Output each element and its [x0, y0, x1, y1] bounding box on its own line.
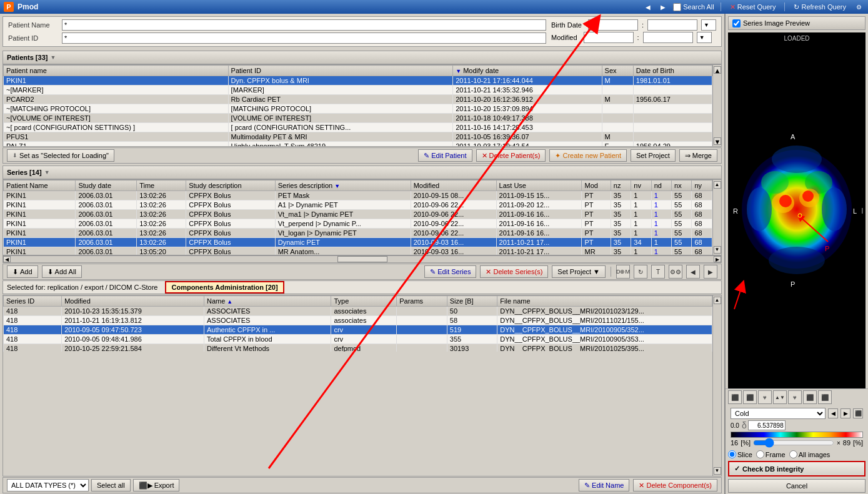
col-modified[interactable]: Modified	[411, 180, 496, 191]
all-images-radio[interactable]	[789, 450, 797, 458]
patients-scrollbar[interactable]: ▲ ▼	[712, 65, 721, 146]
edit-patient-button[interactable]: ✎ Edit Patient	[418, 149, 472, 162]
set-selected-loading-button[interactable]: ⬇ Set as "Selected for Loading"	[7, 149, 114, 162]
table-row[interactable]: PKIN12006.03.0113:02:26CPFPX BolusVt_per…	[4, 219, 712, 229]
col-series-id[interactable]: Series ID	[4, 296, 62, 307]
view-icon-1[interactable]: ⬛	[728, 390, 742, 404]
table-row[interactable]: ~[VOLUME OF INTEREST][VOLUME OF INTEREST…	[4, 114, 712, 123]
add-all-series-button[interactable]: ⬇ Add All	[42, 265, 82, 278]
birth-date-to-input[interactable]	[647, 19, 697, 31]
col-ny[interactable]: ny	[692, 180, 712, 191]
col-mod[interactable]: Mod	[582, 180, 611, 191]
modified-from-input[interactable]	[584, 32, 634, 43]
all-images-radio-label[interactable]: All images	[789, 450, 831, 458]
components-tab[interactable]: Components Administration [20]	[165, 281, 284, 294]
table-row[interactable]: 4182010-10-25 22:59:21.584Different Vt M…	[4, 344, 712, 352]
nav-right-icon[interactable]: ▶	[704, 265, 717, 279]
dicom-icon[interactable]: D⊕M	[616, 265, 630, 279]
table-row[interactable]: PKIN12006.03.0113:02:26CPFPX BolusPET Ma…	[4, 191, 712, 200]
set-project-patients-button[interactable]: Set Project	[631, 149, 676, 162]
col-last-use[interactable]: Last Use	[496, 180, 582, 191]
col-nv[interactable]: nv	[631, 180, 651, 191]
table-row[interactable]: ~[ pcard (CONFIGURATION SETTINGS) ][ pca…	[4, 123, 712, 132]
table-row[interactable]: 4182010-09-05 09:48:41.986Total CPFPX in…	[4, 335, 712, 344]
view-icon-4[interactable]: ▲▼	[773, 390, 787, 404]
col-name[interactable]: Name ▲	[204, 296, 331, 307]
col-type[interactable]: Type	[331, 296, 397, 307]
edit-name-button[interactable]: ✎ Edit Name	[579, 479, 629, 492]
settings2-icon[interactable]: ⚙⚙	[669, 265, 682, 279]
col-patient-name[interactable]: Patient name	[4, 66, 229, 76]
table-row[interactable]: PKIN12006.03.0113:05:20CPFPX BolusMR Ana…	[4, 247, 712, 255]
transform-icon[interactable]: T	[651, 265, 665, 279]
table-row[interactable]: 4182010-09-05 09:47:50.723Authentic CPFP…	[4, 325, 712, 335]
view-icon-7[interactable]: ⬛	[818, 390, 832, 404]
table-row[interactable]: PKIN12006.03.0113:02:26CPFPX BolusVt_log…	[4, 229, 712, 238]
table-row[interactable]: PKIN1 Dyn. CPFPX bolus & MRI 2011-10-21 …	[4, 76, 712, 86]
series-h-scrollbar[interactable]: ◀ ▶	[2, 255, 722, 263]
search-all-checkbox-label[interactable]: Search All	[673, 3, 714, 11]
nav-next-button[interactable]: ▶	[658, 3, 668, 11]
reset-query-button[interactable]: ✕ Reset Query	[727, 2, 779, 12]
modified-dropdown-btn[interactable]: ▼	[697, 32, 712, 43]
series-scrollbar[interactable]: ▲ ▼	[712, 180, 721, 255]
nav-left-icon[interactable]: ◀	[686, 265, 700, 279]
col-modify-date[interactable]: ▼ Modify date	[453, 66, 602, 76]
colorbar-max-input[interactable]	[748, 420, 786, 430]
col-nz[interactable]: nz	[611, 180, 631, 191]
merge-button[interactable]: ⇒ Merge	[679, 149, 717, 162]
rotate-icon[interactable]: ↻	[634, 265, 647, 279]
col-patient-id[interactable]: Patient ID	[228, 66, 453, 76]
search-all-checkbox[interactable]	[673, 3, 681, 11]
table-row[interactable]: 4182011-10-21 16:19:13.812ASSOCIATESasso…	[4, 316, 712, 325]
birth-date-dropdown-btn[interactable]: ▼	[701, 19, 716, 31]
colorbar-range-slider[interactable]	[753, 440, 834, 446]
view-icon-6[interactable]: ⬛	[803, 390, 817, 404]
col-time[interactable]: Time	[137, 180, 186, 191]
col-study-desc[interactable]: Study description	[186, 180, 275, 191]
col-comp-modified[interactable]: Modified	[62, 296, 204, 307]
table-row[interactable]: PKIN12006.03.0113:02:26CPFPX BolusA1 |> …	[4, 200, 712, 210]
settings-button[interactable]: ⚙	[854, 3, 864, 11]
table-row[interactable]: PALZ1Highly abnormal, T-Sum 482192011-10…	[4, 142, 712, 147]
delete-patient-button[interactable]: ✕ Delete Patient(s)	[476, 149, 546, 162]
col-dob[interactable]: Date of Birth	[633, 66, 712, 76]
table-row[interactable]: PCARD2Rb Cardiac PET2011-10-20 16:12:36.…	[4, 95, 712, 104]
birth-date-from-input[interactable]	[588, 19, 638, 31]
export-button[interactable]: ⬛▶ Export	[133, 479, 180, 492]
patient-id-input[interactable]	[62, 32, 546, 44]
cancel-button[interactable]: Cancel	[728, 479, 866, 493]
refresh-query-button[interactable]: ↻ Refresh Query	[791, 2, 849, 12]
col-file-name[interactable]: File name	[497, 296, 712, 307]
table-row[interactable]: 4182010-10-23 15:35:15.379ASSOCIATESasso…	[4, 307, 712, 316]
modified-to-input[interactable]	[643, 32, 693, 43]
table-row[interactable]: ~[MARKER][MARKER]2011-10-21 14:35:32.946	[4, 86, 712, 95]
table-row[interactable]: PFUS1Multimodality PET & MRI2011-10-05 1…	[4, 132, 712, 142]
edit-series-button[interactable]: ✎ Edit Series	[424, 265, 476, 278]
patient-name-input[interactable]	[62, 19, 546, 31]
view-icon-3[interactable]: ♥	[758, 390, 772, 404]
col-params[interactable]: Params	[397, 296, 447, 307]
col-series-patient-name[interactable]: Patient Name	[4, 180, 76, 191]
set-project-series-button[interactable]: Set Project ▼	[552, 265, 606, 278]
col-size[interactable]: Size [B]	[447, 296, 497, 307]
select-all-button[interactable]: Select all	[91, 479, 131, 492]
check-db-button[interactable]: ✓ Check DB integrity	[728, 461, 866, 477]
col-nx[interactable]: nx	[672, 180, 692, 191]
view-icon-5[interactable]: ♥	[788, 390, 802, 404]
series-panel-arrow[interactable]: ▼	[44, 169, 50, 175]
frame-radio[interactable]	[756, 450, 764, 458]
col-series-desc[interactable]: Series description ▼	[275, 180, 411, 191]
colorbar-nav-prev[interactable]: ◀	[828, 408, 838, 418]
delete-component-button[interactable]: ✕ Delete Component(s)	[633, 479, 717, 492]
table-row[interactable]: PKIN12006.03.0113:02:26CPFPX BolusVt_ma1…	[4, 210, 712, 219]
delete-series-button[interactable]: ✕ Delete Series(s)	[480, 265, 548, 278]
create-patient-button[interactable]: ✦ Create new Patient	[549, 149, 627, 162]
series-preview-checkbox[interactable]	[732, 19, 741, 27]
table-row[interactable]: ~[MATCHING PROTOCOL][MATCHING PROTOCOL]2…	[4, 104, 712, 114]
data-type-select[interactable]: ALL DATA TYPES (*)	[7, 479, 89, 492]
patients-panel-arrow[interactable]: ▼	[50, 54, 56, 61]
frame-radio-label[interactable]: Frame	[756, 450, 786, 458]
col-study-date[interactable]: Study date	[76, 180, 137, 191]
colorbar-nav-next[interactable]: ▶	[841, 408, 851, 418]
